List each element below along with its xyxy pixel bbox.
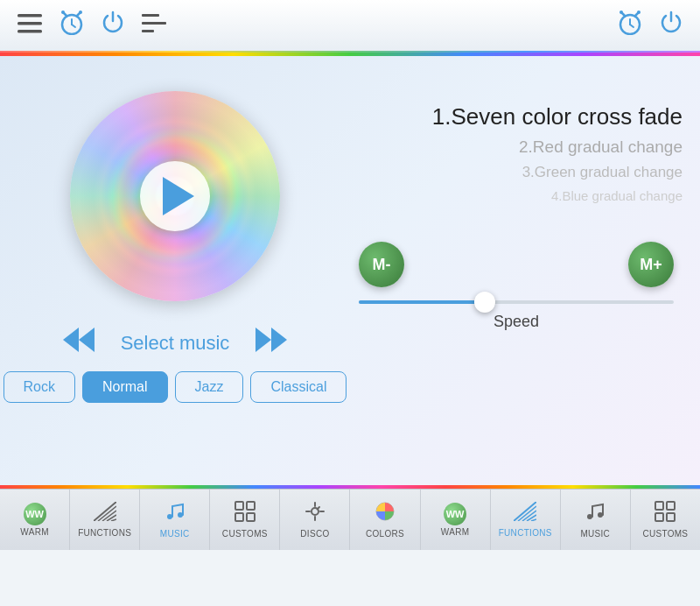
header	[0, 0, 700, 53]
svg-point-26	[178, 512, 183, 518]
tab-music-left[interactable]: MUSIC	[140, 490, 210, 550]
tab-customs-left[interactable]: CUSTOMS	[210, 490, 280, 550]
play-icon[interactable]	[163, 177, 194, 215]
left-panel: Select music Rock Normal Jazz Classical	[0, 56, 350, 485]
cd-disc	[70, 91, 280, 301]
tab-disco-left[interactable]: DISCO	[280, 490, 350, 550]
svg-marker-16	[79, 328, 94, 352]
m-controls: M- M+	[350, 242, 682, 287]
svg-rect-29	[235, 513, 243, 521]
tab-label-customs-left: CUSTOMS	[222, 529, 268, 539]
header-left-controls	[18, 11, 166, 41]
genre-tab-normal[interactable]: Normal	[82, 371, 168, 403]
colors-icon-right	[374, 501, 396, 527]
svg-point-40	[598, 512, 603, 518]
svg-rect-42	[667, 502, 675, 510]
svg-point-14	[620, 11, 623, 14]
genre-tab-classical[interactable]: Classical	[250, 371, 346, 403]
tab-customs-right[interactable]: CUSTOMS	[631, 490, 700, 550]
mode-list: 1.Seven color cross fade 2.Red gradual c…	[350, 100, 682, 207]
functions-icon-left	[94, 502, 116, 526]
tab-label-functions-left: FUNCTIONS	[78, 528, 131, 538]
svg-line-5	[72, 25, 75, 27]
tab-label-functions-right: FUNCTIONS	[499, 528, 552, 538]
cd-disc-container	[70, 91, 280, 301]
customs-icon-right	[654, 501, 676, 527]
genre-tab-jazz[interactable]: Jazz	[175, 371, 244, 403]
alarm-icon-right[interactable]	[618, 11, 642, 41]
tab-label-customs-right: CUSTOMS	[642, 529, 688, 539]
functions-icon-right	[514, 502, 536, 526]
music-icon-left	[164, 501, 186, 527]
tab-warm-left[interactable]: WW WARM	[0, 490, 70, 550]
tab-music-right[interactable]: MUSIC	[561, 490, 631, 550]
tab-label-warm-left: WARM	[20, 527, 49, 537]
tab-functions-right[interactable]: FUNCTIONS	[491, 490, 561, 550]
power-icon-right[interactable]	[660, 11, 682, 41]
svg-rect-9	[142, 22, 166, 25]
customs-icon-left	[234, 501, 256, 527]
svg-line-35	[518, 506, 536, 521]
tab-label-music-left: MUSIC	[160, 529, 190, 539]
tab-bar: WW WARM FUNCTIONS MUSIC	[0, 489, 700, 550]
tab-functions-left[interactable]: FUNCTIONS	[70, 490, 140, 550]
menu-icon[interactable]	[18, 12, 42, 39]
svg-rect-1	[18, 22, 42, 25]
svg-line-34	[514, 502, 536, 521]
tab-warm-right[interactable]: WW WARM	[421, 490, 491, 550]
svg-rect-44	[667, 513, 675, 521]
svg-rect-28	[247, 502, 255, 510]
tab-label-disco-left: DISCO	[300, 529, 329, 539]
select-music-label[interactable]: Select music	[121, 332, 230, 355]
skip-forward-button[interactable]	[256, 328, 287, 358]
m-minus-button[interactable]: M-	[359, 242, 404, 287]
svg-rect-27	[235, 502, 243, 510]
play-button-area[interactable]	[140, 161, 210, 231]
svg-rect-10	[142, 30, 154, 32]
mode-item-1[interactable]: 2.Red gradual change	[359, 134, 682, 160]
warm-icon-left: WW	[24, 503, 46, 525]
svg-point-7	[79, 11, 82, 14]
svg-rect-2	[18, 30, 42, 33]
speed-section: Speed	[350, 300, 682, 331]
svg-point-15	[637, 11, 640, 14]
svg-rect-8	[142, 14, 159, 17]
mode-item-2[interactable]: 3.Green gradual change	[359, 160, 682, 185]
svg-point-25	[167, 514, 172, 519]
svg-line-38	[531, 519, 536, 521]
speed-slider-fill	[359, 300, 485, 304]
svg-line-20	[94, 502, 116, 521]
speed-slider-thumb[interactable]	[474, 292, 495, 313]
genre-tab-rock[interactable]: Rock	[4, 371, 75, 403]
m-plus-button[interactable]: M+	[628, 242, 674, 287]
alarm-icon-left[interactable]	[60, 11, 84, 41]
list-icon-left[interactable]	[142, 12, 166, 39]
svg-marker-17	[63, 328, 79, 352]
skip-back-button[interactable]	[63, 328, 94, 358]
mode-item-0[interactable]: 1.Seven color cross fade	[359, 100, 682, 134]
tab-label-warm-right: WARM	[441, 527, 470, 537]
music-icon-right	[584, 501, 606, 527]
svg-rect-30	[247, 513, 255, 521]
main-content: Select music Rock Normal Jazz Classical …	[0, 56, 700, 485]
genre-tabs: Rock Normal Jazz Classical	[4, 371, 347, 403]
svg-marker-19	[271, 328, 287, 352]
svg-line-13	[630, 25, 634, 27]
tab-label-music-right: MUSIC	[580, 529, 610, 539]
svg-rect-0	[18, 14, 42, 18]
svg-rect-43	[655, 513, 663, 521]
tab-label-colors-right: COLORS	[366, 529, 404, 539]
tab-colors-right[interactable]: COLORS	[350, 490, 420, 550]
warm-icon-right: WW	[444, 503, 466, 525]
svg-point-39	[587, 514, 592, 519]
right-panel: 1.Seven color cross fade 2.Red gradual c…	[350, 56, 700, 485]
mode-item-3[interactable]: 4.Blue gradual change	[359, 185, 682, 207]
music-controls: Select music	[63, 328, 288, 358]
svg-line-21	[98, 506, 116, 521]
speed-slider-track[interactable]	[359, 300, 674, 304]
svg-line-32	[317, 507, 319, 510]
svg-line-24	[111, 519, 116, 521]
speed-label: Speed	[359, 313, 674, 331]
power-icon-left[interactable]	[102, 11, 124, 41]
disco-icon-left	[304, 501, 326, 527]
